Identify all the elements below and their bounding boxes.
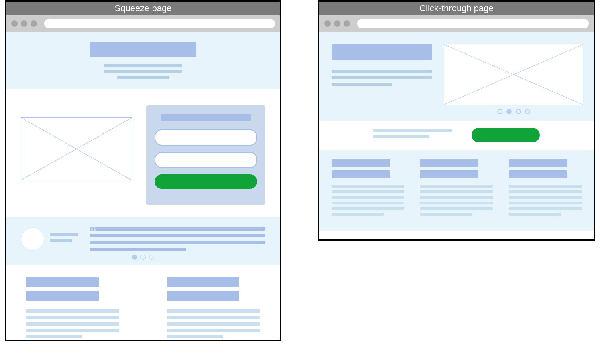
testimonial-quote: “ xyxy=(90,227,265,255)
window-dot xyxy=(334,20,340,27)
column-text xyxy=(26,309,119,338)
hero-text-line xyxy=(332,83,392,86)
three-column-section xyxy=(319,150,594,231)
column xyxy=(509,159,582,218)
avatar-placeholder xyxy=(21,227,44,251)
cta-row xyxy=(319,121,594,150)
carousel-dot[interactable] xyxy=(140,255,146,260)
url-bar[interactable] xyxy=(44,19,275,28)
two-column-section xyxy=(6,265,280,342)
column-heading xyxy=(420,170,478,178)
column-heading xyxy=(509,159,567,167)
hero-text-line xyxy=(104,64,182,67)
slider-dot[interactable] xyxy=(525,109,530,114)
window-dot xyxy=(324,20,331,27)
column-heading xyxy=(509,170,567,178)
hero-heading-placeholder xyxy=(332,44,432,60)
click-through-title: Click-through page xyxy=(319,2,594,15)
image-form-row xyxy=(6,89,280,217)
carousel-dot[interactable] xyxy=(149,255,154,260)
form-input[interactable] xyxy=(155,129,257,146)
carousel-dot[interactable] xyxy=(132,255,137,260)
hero-heading-placeholder xyxy=(90,42,196,57)
slider-image-placeholder xyxy=(444,44,583,105)
browser-toolbar xyxy=(319,15,594,32)
window-dot xyxy=(11,20,18,27)
column-heading xyxy=(420,159,478,167)
hero-text-line xyxy=(117,76,169,79)
slider-dot[interactable] xyxy=(516,109,521,114)
window-dot xyxy=(31,20,37,27)
column-text xyxy=(167,309,260,338)
column xyxy=(26,277,119,342)
window-dots xyxy=(11,20,37,27)
column-heading xyxy=(167,291,240,301)
window-dot xyxy=(21,20,27,27)
slider-dot[interactable] xyxy=(497,109,502,114)
cta-text xyxy=(373,129,452,141)
column-text xyxy=(420,185,493,216)
author-name-lines xyxy=(50,233,78,245)
column-text xyxy=(332,185,404,216)
column-text xyxy=(509,185,582,216)
testimonial-author xyxy=(21,227,78,251)
window-dots xyxy=(324,20,350,27)
form-input[interactable] xyxy=(155,152,257,168)
column xyxy=(420,159,493,218)
click-through-page-wireframe: Click-through page xyxy=(318,0,595,241)
column-heading xyxy=(167,277,240,287)
column xyxy=(167,277,260,342)
form-heading-placeholder xyxy=(161,114,251,121)
url-bar[interactable] xyxy=(357,19,589,28)
hero-section xyxy=(6,32,280,89)
column-heading xyxy=(26,277,99,287)
squeeze-title: Squeeze page xyxy=(6,2,280,15)
column-heading xyxy=(332,170,390,178)
image-placeholder xyxy=(21,117,132,180)
window-dot xyxy=(344,20,350,27)
column-heading xyxy=(26,291,99,301)
cta-button[interactable] xyxy=(472,128,540,142)
slider-dot[interactable] xyxy=(506,109,512,114)
testimonial-dots xyxy=(6,255,280,265)
submit-button[interactable] xyxy=(155,174,257,189)
hero-text-line xyxy=(332,76,432,79)
slider-dots xyxy=(444,109,583,114)
browser-toolbar xyxy=(6,15,280,32)
hero-with-slider xyxy=(319,32,594,121)
hero-text-line xyxy=(332,70,432,73)
hero-slider xyxy=(444,44,583,114)
hero-text-line xyxy=(104,70,182,73)
column-heading xyxy=(332,159,390,167)
hero-text-block xyxy=(332,44,432,89)
squeeze-page-wireframe: Squeeze page xyxy=(5,0,281,341)
column xyxy=(332,159,404,218)
quote-icon: “ xyxy=(90,227,97,235)
signup-form xyxy=(146,105,265,205)
